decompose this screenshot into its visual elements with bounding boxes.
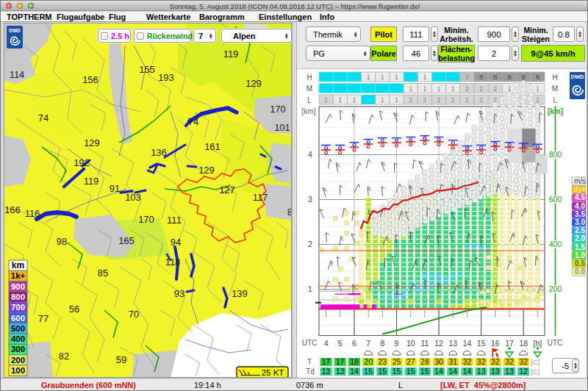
map-region-label[interactable]: 170 [270, 104, 286, 115]
map-region-label[interactable]: 85 [98, 268, 108, 279]
svg-text:3.5: 3.5 [575, 210, 585, 218]
map-region-label[interactable]: 77 [38, 313, 49, 324]
svg-text:17: 17 [336, 357, 345, 366]
map-region-label[interactable]: 170 [138, 214, 154, 225]
map-region-label[interactable]: 56 [69, 304, 79, 315]
aircraft-select[interactable]: PG ▲▼ [306, 46, 370, 61]
map-region-label[interactable]: 82 [59, 351, 69, 362]
map-region-label[interactable]: 139 [232, 288, 248, 299]
mode-select[interactable]: Thermik ▲▼ [306, 26, 361, 42]
svg-text:13: 13 [505, 367, 514, 376]
map-region-label[interactable]: 114 [10, 69, 25, 80]
map-region-label[interactable]: 155 [139, 64, 155, 75]
time-checkbox[interactable] [101, 32, 108, 40]
menu-item-flugaufgabe[interactable]: Flugaufgabe [57, 12, 104, 22]
map-region-label[interactable]: 192 [74, 157, 90, 168]
map-region-label[interactable]: 111 [167, 215, 182, 226]
min-climb-stepper[interactable]: ▲▼ [576, 26, 584, 42]
polar-button[interactable]: Polare [370, 46, 397, 61]
map-canvas[interactable]: 1141561551931191291701017474129161136192… [4, 24, 291, 377]
map-region-label[interactable]: 74 [188, 116, 198, 127]
menu-item-barogramm[interactable]: Barogramm [199, 12, 245, 22]
map-region-label[interactable]: 91 [110, 183, 120, 194]
tailwind-checkbox[interactable] [137, 32, 144, 40]
panel-splitter[interactable] [292, 22, 297, 378]
map-region-label[interactable]: 166 [4, 204, 21, 215]
menu-item-flug[interactable]: Flug [109, 12, 126, 22]
svg-text:L: L [307, 96, 312, 104]
svg-text:1k+: 1k+ [11, 271, 26, 280]
map-region-label[interactable]: 103 [125, 192, 141, 203]
map-region-label[interactable]: 119 [84, 176, 99, 187]
region-select[interactable]: Alpen ▲▼ [221, 29, 292, 43]
svg-text:12: 12 [519, 367, 528, 376]
map-region-label[interactable]: 129 [198, 165, 215, 176]
svg-text:2: 2 [479, 85, 483, 93]
svg-text:32: 32 [519, 357, 528, 366]
menu-bar: TOPTHERMFlugaufgabeFlugWetterkarteBarogr… [1, 12, 588, 22]
map-region-label[interactable]: 81 [287, 207, 291, 218]
map-region-label[interactable]: 116 [25, 208, 40, 219]
svg-text:8: 8 [522, 73, 526, 81]
svg-text:15: 15 [406, 367, 415, 376]
svg-text:15: 15 [379, 367, 387, 376]
min-climb-label: Minim. Steigen [521, 25, 551, 43]
map-region-label[interactable]: 94 [171, 237, 181, 248]
status-elevation: 0736 m [296, 381, 323, 390]
map-region-label[interactable]: 93 [174, 288, 184, 299]
hours-spinner[interactable]: 7 ▲▼ [193, 29, 216, 43]
speed-display: 9@45 km/h [521, 45, 585, 62]
map-region-label[interactable]: 119 [223, 49, 239, 60]
thermal-map[interactable]: 1141561551931191291701017474129161136192… [4, 23, 292, 378]
svg-text:1: 1 [536, 85, 539, 93]
svg-text:13: 13 [336, 367, 345, 376]
map-region-label[interactable]: 129 [245, 78, 262, 89]
polar-number-input[interactable]: 46 [403, 46, 429, 61]
map-region-label[interactable]: 129 [84, 137, 100, 148]
svg-text:dyn: dyn [573, 185, 586, 193]
menu-item-info[interactable]: Info [320, 12, 334, 22]
map-region-label[interactable]: 165 [118, 235, 135, 246]
map-region-label[interactable]: 70 [129, 309, 139, 320]
svg-text:H: H [552, 73, 557, 82]
map-region-label[interactable]: 136 [151, 147, 167, 158]
map-region-label[interactable]: 156 [82, 74, 98, 85]
svg-text:4.0: 4.0 [575, 202, 585, 210]
hours-spinner-arrows[interactable]: ▲▼ [209, 33, 213, 39]
map-region-label[interactable]: 98 [57, 236, 67, 247]
svg-text:700: 700 [11, 303, 25, 312]
wing-loading-input[interactable]: 2 [478, 46, 510, 61]
map-region-label[interactable]: 59 [116, 354, 126, 365]
svg-text:[km]: [km] [548, 107, 563, 115]
map-region-label[interactable]: 117 [253, 192, 268, 203]
map-region-label[interactable]: 74 [38, 112, 49, 123]
wing-loading-stepper[interactable]: ▲▼ [512, 46, 519, 61]
min-working-height-input[interactable]: 900 [478, 26, 510, 42]
svg-text:0.0: 0.0 [575, 268, 585, 276]
min-working-height-stepper[interactable]: ▲▼ [512, 26, 519, 42]
map-region-label[interactable]: 101 [274, 122, 290, 133]
map-region-label[interactable]: 161 [204, 141, 220, 152]
offset-spinner-arrows[interactable]: ▲▼ [572, 359, 579, 372]
min-climb-input[interactable]: 0.8 [553, 26, 575, 42]
svg-text:1: 1 [437, 85, 441, 93]
pilot-number-input[interactable]: 111 [403, 26, 429, 42]
pilot-button[interactable]: Pilot [370, 26, 397, 42]
svg-text:300: 300 [11, 345, 25, 354]
status-station: Graubuenden (600 mNN) [41, 381, 136, 390]
svg-text:30: 30 [434, 357, 443, 366]
svg-text:UTC: UTC [302, 339, 318, 347]
polar-number-stepper[interactable]: ▲▼ [431, 46, 438, 61]
menu-item-wetterkarte[interactable]: Wetterkarte [146, 12, 190, 22]
pilot-number-stepper[interactable]: ▲▼ [431, 26, 438, 42]
time-checkbox-group: 2.5 h [98, 29, 131, 43]
map-region-label[interactable]: 127 [219, 184, 235, 196]
menu-item-toptherm[interactable]: TOPTHERM [7, 12, 52, 22]
svg-text:27: 27 [406, 357, 415, 366]
svg-text:1: 1 [508, 85, 512, 93]
map-region-label[interactable]: 193 [158, 72, 174, 83]
svg-text:2: 2 [465, 85, 469, 93]
map-region-label[interactable]: 118 [165, 257, 181, 268]
svg-text:1: 1 [451, 85, 455, 93]
menu-item-einstellungen[interactable]: Einstellungen [259, 12, 312, 22]
